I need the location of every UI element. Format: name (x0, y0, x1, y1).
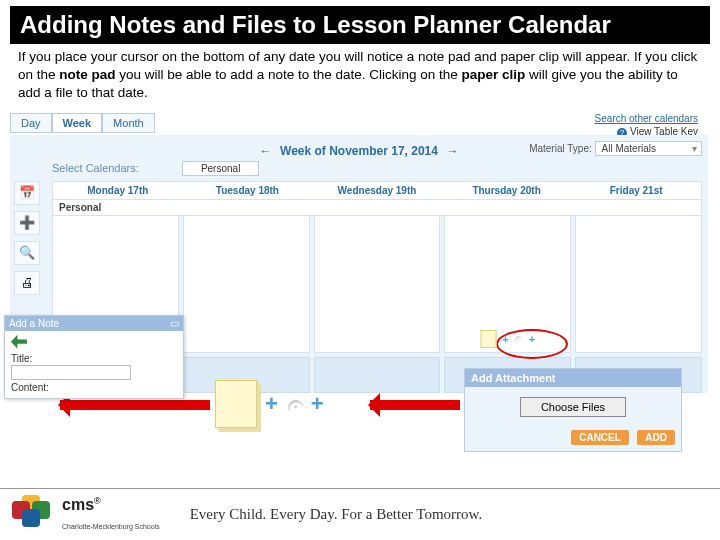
slide-title: Adding Notes and Files to Lesson Planner… (10, 6, 710, 44)
choose-files-button[interactable]: Choose Files (520, 397, 626, 417)
note-content-label: Content: (11, 382, 177, 393)
prev-week-arrow[interactable]: ← (260, 144, 272, 158)
view-tabs: Day Week Month (10, 113, 155, 133)
instruction-text: If you place your cursor on the bottom o… (0, 48, 720, 109)
search-other-calendars-link[interactable]: Search other calendars (595, 113, 698, 124)
cancel-button[interactable]: CANCEL (571, 430, 629, 445)
tab-day[interactable]: Day (10, 113, 52, 133)
note-title-input[interactable] (11, 365, 131, 380)
notepad-icon (215, 380, 257, 428)
day-header: Wednesday 19th (312, 182, 442, 199)
slide-footer: cms® Charlotte-Mecklenburg Schools Every… (0, 488, 720, 540)
add-attachment-popup: Add Attachment Choose Files CANCEL ADD (464, 368, 682, 452)
print-icon[interactable]: 🖨 (14, 271, 40, 295)
annotation-arrow-right (370, 400, 460, 410)
day-headers: Monday 17th Tuesday 18th Wednesday 19th … (52, 181, 702, 200)
left-tool-strip: 📅 ➕ 🔍 🖨 (14, 181, 46, 295)
annotation-arrow-left (60, 400, 210, 410)
material-type-select[interactable]: All Materials (595, 141, 702, 156)
search-tool-icon[interactable]: 🔍 (14, 241, 40, 265)
add-calendar-icon[interactable]: ➕ (14, 211, 40, 235)
day-header: Tuesday 18th (183, 182, 313, 199)
paperclip-icon: 𝄐 (280, 385, 308, 424)
plus-icon: + (265, 391, 278, 417)
day-cell[interactable] (575, 215, 702, 353)
day-cell[interactable] (314, 215, 441, 353)
back-arrow-icon[interactable] (11, 335, 27, 349)
add-button[interactable]: ADD (637, 430, 675, 445)
day-header: Friday 21st (571, 182, 701, 199)
day-cell[interactable] (183, 215, 310, 353)
calendar-icon[interactable]: 📅 (14, 181, 40, 205)
tab-month[interactable]: Month (102, 113, 155, 133)
add-attachment-header: Add Attachment (465, 369, 681, 387)
enlarged-icons-callout: + 𝄐 + (215, 380, 324, 428)
add-note-popup: Add a Note▭ Title: Content: (4, 315, 184, 399)
paperclip-icon[interactable]: 𝄐 (512, 329, 525, 348)
day-header: Monday 17th (53, 182, 183, 199)
tab-week[interactable]: Week (52, 113, 103, 133)
cms-logo (12, 495, 56, 535)
brand-block: cms® Charlotte-Mecklenburg Schools (62, 496, 160, 532)
material-type: Material Type: All Materials (529, 141, 702, 156)
week-label: Week of November 17, 2014 (280, 144, 438, 158)
select-calendars-row: Select Calendars: Personal (52, 161, 259, 176)
cell-hover-icons: + 𝄐+ (480, 330, 535, 348)
calendar-panel: ← Week of November 17, 2014 → Material T… (10, 135, 708, 393)
calendar-row-label: Personal (52, 199, 702, 216)
notepad-icon[interactable] (480, 330, 496, 348)
calendar-chip-personal[interactable]: Personal (182, 161, 259, 176)
next-week-arrow[interactable]: → (446, 144, 458, 158)
day-header: Thursday 20th (442, 182, 572, 199)
tagline: Every Child. Every Day. For a Better Tom… (190, 506, 483, 523)
note-title-label: Title: (11, 353, 177, 364)
popup-controls[interactable]: ▭ (170, 318, 179, 329)
plus-icon: + (311, 391, 324, 417)
add-note-header: Add a Note (9, 318, 59, 329)
